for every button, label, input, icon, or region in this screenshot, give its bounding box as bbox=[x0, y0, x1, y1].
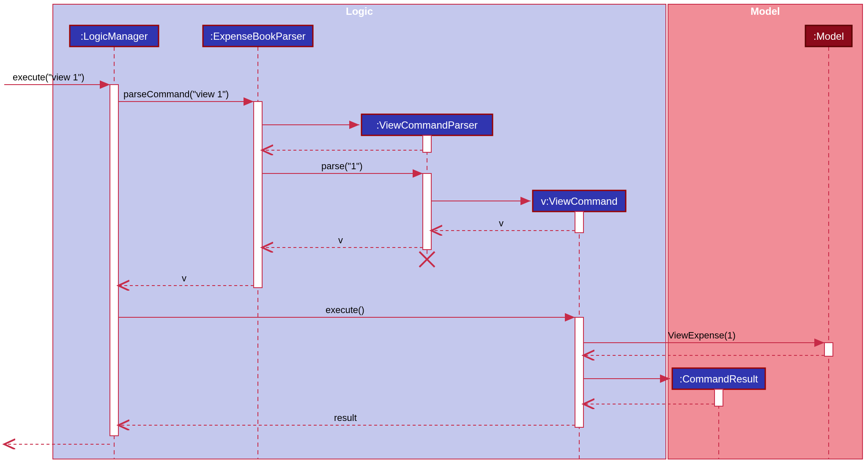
frame-model bbox=[668, 4, 863, 459]
activation-viewcommandparser-1 bbox=[423, 135, 431, 152]
msg-return-v-3-label: v bbox=[182, 273, 186, 283]
frame-logic-label: Logic bbox=[346, 6, 373, 17]
participant-logicmanager: :LogicManager bbox=[70, 25, 159, 47]
participant-expensebookparser-label: :ExpenseBookParser bbox=[210, 30, 305, 42]
activation-viewcommand-2 bbox=[575, 317, 583, 427]
msg-return-v-1-label: v bbox=[499, 218, 504, 228]
participant-viewcommandparser-label: :ViewCommandParser bbox=[376, 119, 478, 131]
activation-model bbox=[824, 343, 833, 356]
participant-viewcommand: v:ViewCommand bbox=[533, 190, 626, 212]
activation-logicmanager bbox=[110, 85, 118, 436]
sequence-diagram: Logic Model :LogicManager :ExpenseBookPa… bbox=[0, 0, 868, 462]
msg-execute-call-label: execute() bbox=[326, 305, 364, 315]
activation-commandresult bbox=[715, 389, 723, 406]
msg-execute-in-label: execute("view 1") bbox=[13, 72, 85, 82]
participant-expensebookparser: :ExpenseBookParser bbox=[203, 25, 313, 47]
participant-viewcommand-label: v:ViewCommand bbox=[541, 195, 618, 207]
participant-logicmanager-label: :LogicManager bbox=[81, 30, 148, 42]
activation-viewcommand-1 bbox=[575, 212, 583, 233]
participant-model: :Model bbox=[805, 25, 852, 47]
msg-result-label: result bbox=[334, 412, 357, 423]
msg-parse-label: parse("1") bbox=[321, 161, 363, 171]
msg-parsecommand-label: parseCommand("view 1") bbox=[123, 89, 229, 99]
activation-viewcommandparser-2 bbox=[423, 173, 431, 250]
participant-commandresult-label: :CommandResult bbox=[679, 373, 758, 385]
participant-viewcommandparser: :ViewCommandParser bbox=[361, 114, 493, 135]
msg-viewexpense-label: ViewExpense(1) bbox=[668, 330, 736, 341]
activation-expensebookparser bbox=[254, 102, 262, 288]
frame-model-label: Model bbox=[750, 6, 780, 17]
msg-return-v-2-label: v bbox=[338, 235, 343, 245]
participant-commandresult: :CommandResult bbox=[672, 368, 765, 389]
frame-logic bbox=[53, 4, 666, 459]
participant-model-label: :Model bbox=[813, 30, 844, 42]
